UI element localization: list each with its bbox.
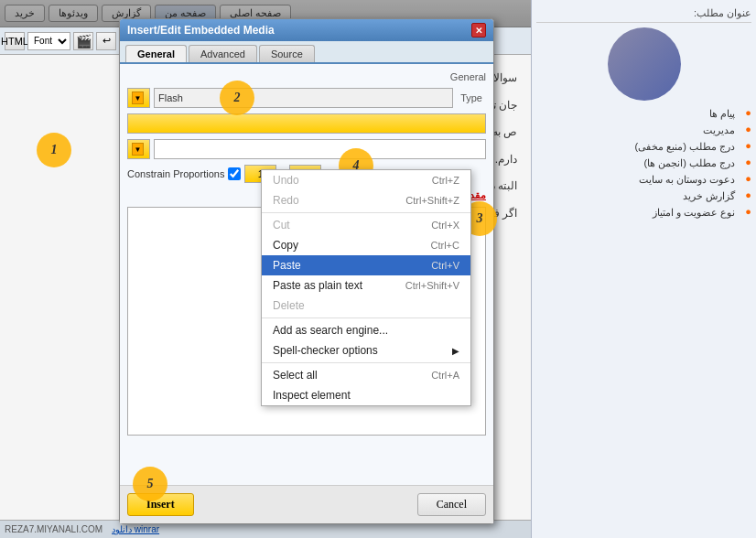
ctx-spell-checker[interactable]: Spell-checker options ▶ (262, 340, 470, 360)
ctx-undo[interactable]: Undo Ctrl+Z (262, 170, 470, 190)
brand-text: REZA7.MIYANALI.COM (5, 524, 103, 534)
sidebar-item-post-hidden[interactable]: ● درج مطلب (منبع مخفی) (536, 138, 751, 155)
tab-source[interactable]: Source (259, 45, 315, 62)
select-arrow-icon: ▼ (132, 91, 144, 104)
html-label: HTML (1, 36, 28, 47)
undo-icon: ↩ (103, 35, 111, 47)
type-form-row: ▼ Flash Type (127, 88, 486, 108)
bullet-icon-purchase: ● (739, 189, 751, 202)
media-icon: 🎬 (76, 34, 92, 48)
second-arrow-icon: ▼ (132, 143, 144, 156)
dialog-close-button[interactable]: ✕ (471, 23, 486, 38)
toolbar-media[interactable]: 🎬 (73, 32, 93, 50)
context-menu: Undo Ctrl+Z Redo Ctrl+Shift+Z Cut Ctrl+X… (261, 169, 471, 406)
ctx-inspect[interactable]: Inspect element (262, 385, 470, 405)
font-select[interactable]: Font (27, 32, 70, 50)
ctx-sep-2 (262, 317, 470, 318)
flash-value-field: Flash (154, 88, 453, 108)
ctx-select-all[interactable]: Select all Ctrl+A (262, 365, 470, 385)
dialog-titlebar: Insert/Edit Embedded Media ✕ (120, 19, 493, 41)
toolbar-html[interactable]: HTML (5, 32, 25, 50)
general-section-label: General (127, 71, 486, 82)
ctx-delete[interactable]: Delete (262, 296, 470, 316)
bullet-icon-messages: ● (739, 107, 751, 120)
dialog-footer: Insert Cancel (120, 485, 493, 523)
ctx-paste-plain[interactable]: Paste as plain text Ctrl+Shift+V (262, 275, 470, 296)
right-sidebar: عنوان مطلب: ● پیام ها ● مدیریت ● درج مطل… (531, 0, 756, 538)
type-select[interactable]: ▼ (127, 88, 150, 108)
dialog-title: Insert/Edit Embedded Media (127, 24, 275, 37)
ctx-paste[interactable]: Paste Ctrl+V (262, 255, 470, 275)
sidebar-item-messages[interactable]: ● پیام ها (536, 105, 751, 122)
tab-general[interactable]: General (125, 45, 187, 62)
bullet-icon-post-hidden: ● (739, 140, 751, 153)
type-label: Type (457, 92, 486, 103)
bullet-icon-invite: ● (739, 173, 751, 186)
download-link[interactable]: دانلود winrar (112, 524, 159, 534)
ctx-cut[interactable]: Cut Ctrl+X (262, 215, 470, 235)
bullet-icon-membership: ● (739, 206, 751, 219)
tab-advanced[interactable]: Advanced (189, 45, 257, 62)
second-select[interactable]: ▼ (127, 139, 150, 159)
insert-button[interactable]: Insert (127, 493, 194, 516)
ctx-redo[interactable]: Redo Ctrl+Shift+Z (262, 190, 470, 210)
toolbar-undo[interactable]: ↩ (96, 32, 116, 50)
url-input[interactable] (127, 113, 486, 134)
constrain-label: Constrain Proportions (127, 168, 224, 179)
bullet-icon-admin: ● (739, 124, 751, 136)
second-input[interactable] (154, 139, 486, 159)
sidebar-item-admin[interactable]: ● مدیریت (536, 122, 751, 138)
ctx-sep-3 (262, 362, 470, 363)
sidebar-item-post-forum[interactable]: ● درج مطلب (انجمن ها) (536, 155, 751, 171)
sidebar-title: عنوان مطلب: (536, 5, 751, 23)
sidebar-item-invite[interactable]: ● دعوت دوستان به سایت (536, 171, 751, 188)
dialog-tabs: General Advanced Source (120, 41, 493, 64)
bullet-icon-post-forum: ● (739, 156, 751, 169)
constrain-checkbox[interactable] (228, 167, 241, 180)
person-photo (608, 27, 681, 101)
ctx-copy[interactable]: Copy Ctrl+C (262, 235, 470, 255)
ctx-sep-1 (262, 212, 470, 213)
url-form-row (127, 113, 486, 134)
ctx-add-search-engine[interactable]: Add as search engine... (262, 320, 470, 340)
second-select-row: ▼ (127, 139, 486, 159)
sidebar-item-purchase-report[interactable]: ● گزارش خرید (536, 188, 751, 204)
sidebar-item-membership[interactable]: ● نوع عضویت و امتیاز (536, 204, 751, 221)
cancel-button[interactable]: Cancel (417, 493, 486, 516)
